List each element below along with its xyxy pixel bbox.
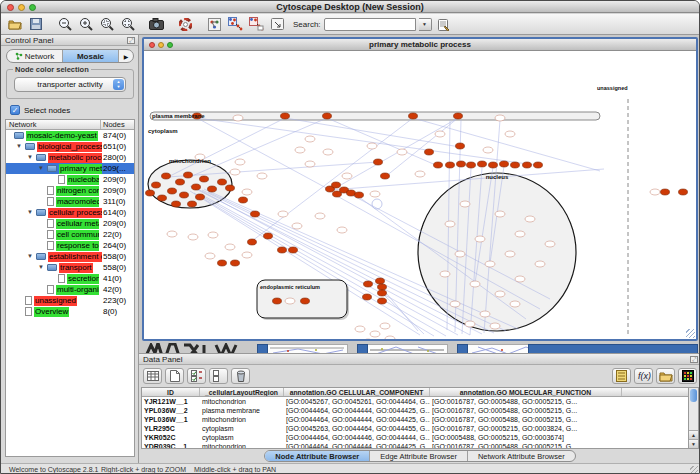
network-node-unselected[interactable] xyxy=(495,115,505,121)
tree-row[interactable]: ▼primary metabo209(... xyxy=(6,163,134,174)
network-node[interactable] xyxy=(264,233,273,239)
network-node-unselected[interactable] xyxy=(278,211,288,217)
tree-row[interactable]: ▼biological_process651(0) xyxy=(6,141,134,152)
network-node-unselected[interactable] xyxy=(342,173,352,179)
network-node[interactable] xyxy=(454,113,463,119)
network-node[interactable] xyxy=(378,284,387,290)
scrollbar-thumb[interactable] xyxy=(690,389,697,402)
network-node[interactable] xyxy=(434,162,443,168)
network-node[interactable] xyxy=(376,278,385,284)
tree-row[interactable]: ▼establishment of lo558(0) xyxy=(6,251,134,262)
network-node-unselected[interactable] xyxy=(355,326,365,332)
network-node[interactable] xyxy=(679,189,688,195)
network-node-unselected[interactable] xyxy=(292,223,302,229)
network-node[interactable] xyxy=(500,161,509,167)
table-row[interactable]: YPL036W__2plasma membrane[GO:0044464, GO… xyxy=(142,406,688,415)
network-node-unselected[interactable] xyxy=(545,241,555,247)
float-panel-icon[interactable]: ⤢ xyxy=(690,356,698,363)
network-node-unselected[interactable] xyxy=(167,231,177,237)
network-node[interactable] xyxy=(248,239,257,245)
float-panel-icon[interactable]: ⤢ xyxy=(127,37,135,44)
network-node[interactable] xyxy=(523,162,532,168)
table-row[interactable]: YDR039C__1mitochondrion[GO:0044464, GO:0… xyxy=(142,442,688,449)
select-nodes-option[interactable]: ✓ Select nodes xyxy=(10,105,70,115)
title-bar[interactable]: Cytoscape Desktop (New Session) xyxy=(1,1,699,13)
resize-grip-icon[interactable] xyxy=(686,329,695,338)
zoom-fit-icon[interactable] xyxy=(118,15,137,33)
network-node-unselected[interactable] xyxy=(455,251,465,257)
network-node-unselected[interactable] xyxy=(305,136,315,142)
table-row[interactable]: YPL036W__1mitochondrion[GO:0044464, GO:0… xyxy=(142,415,688,424)
network-node-unselected[interactable] xyxy=(257,173,267,179)
network-node-unselected[interactable] xyxy=(337,227,347,233)
network-node[interactable] xyxy=(534,162,543,168)
network-node-unselected[interactable] xyxy=(445,221,455,227)
network-node[interactable] xyxy=(184,172,193,178)
network-node-unselected[interactable] xyxy=(370,331,380,337)
open-file-icon[interactable] xyxy=(5,15,24,33)
network-node-unselected[interactable] xyxy=(460,201,470,207)
network-node[interactable] xyxy=(146,190,155,196)
network-node-unselected[interactable] xyxy=(515,276,525,282)
network-node[interactable] xyxy=(355,192,364,198)
network-node[interactable] xyxy=(457,161,466,167)
scroll-up-icon[interactable]: ▲ xyxy=(689,430,698,439)
tab-overflow-arrow-icon[interactable]: ▶ xyxy=(119,50,133,62)
help-icon[interactable] xyxy=(176,15,195,33)
network-node-unselected[interactable] xyxy=(385,336,395,339)
network-node[interactable] xyxy=(251,211,260,217)
network-node-unselected[interactable] xyxy=(483,147,493,153)
network-node-unselected[interactable] xyxy=(367,143,377,149)
network-node-unselected[interactable] xyxy=(285,298,295,304)
table-scrollbar[interactable]: ▲ ▼ xyxy=(688,387,699,449)
create-attribute-icon[interactable] xyxy=(165,368,184,384)
network-node[interactable] xyxy=(446,162,455,168)
network-node-unselected[interactable] xyxy=(525,216,535,222)
select-attributes-icon[interactable] xyxy=(143,368,162,384)
tree-expand-icon[interactable]: ▼ xyxy=(38,264,44,270)
search-input[interactable] xyxy=(324,18,416,31)
tree-row[interactable]: mosaic-demo-yeast874(0) xyxy=(6,130,134,141)
network-node[interactable] xyxy=(218,179,227,185)
network-node-unselected[interactable] xyxy=(323,149,333,155)
unselect-all-attributes-icon[interactable] xyxy=(209,368,228,384)
tree-expand-icon[interactable]: ▼ xyxy=(27,154,33,160)
network-node[interactable] xyxy=(478,161,487,167)
network-node[interactable] xyxy=(278,247,287,253)
network-node-unselected[interactable] xyxy=(230,169,240,175)
scroll-down-icon[interactable]: ▼ xyxy=(689,439,698,448)
network-node-unselected[interactable] xyxy=(650,189,660,195)
network-node[interactable] xyxy=(381,173,390,179)
import-attributes-icon[interactable] xyxy=(656,368,675,384)
network-node[interactable] xyxy=(289,247,298,253)
network-node[interactable] xyxy=(176,179,185,185)
network-node-unselected[interactable] xyxy=(505,131,515,137)
network-node-unselected[interactable] xyxy=(205,253,215,259)
vizmapper-icon[interactable] xyxy=(205,15,224,33)
advanced-search-icon[interactable] xyxy=(435,15,454,33)
network-node-unselected[interactable] xyxy=(397,149,407,155)
network-node[interactable] xyxy=(374,159,383,165)
tree-expand-icon[interactable]: ▼ xyxy=(16,143,22,149)
network-node-unselected[interactable] xyxy=(490,323,500,329)
tree-row[interactable]: cell communicat22(0) xyxy=(6,229,134,240)
tree-row[interactable]: unassigned223(0) xyxy=(6,295,134,306)
unhide-nodes-icon[interactable] xyxy=(247,15,266,33)
network-node[interactable] xyxy=(281,113,290,119)
network-node[interactable] xyxy=(511,162,520,168)
network-node-unselected[interactable] xyxy=(505,251,515,257)
network-node-unselected[interactable] xyxy=(295,147,305,153)
tab-edge-attribute-browser[interactable]: Edge Attribute Browser xyxy=(370,451,468,461)
network-node-unselected[interactable] xyxy=(465,321,475,327)
network-node-unselected[interactable] xyxy=(535,261,545,267)
node-color-attribute-select[interactable]: transporter activity ▲▼ xyxy=(14,77,126,92)
network-node-unselected[interactable] xyxy=(495,291,505,297)
network-node[interactable] xyxy=(200,176,209,182)
tab-node-attribute-browser[interactable]: Node Attribute Browser xyxy=(265,451,370,461)
tree-row[interactable]: ▼transport558(0) xyxy=(6,262,134,273)
table-row[interactable]: YJR121W__1mitochondrion[GO:0045267, GO:0… xyxy=(142,397,688,406)
tree-expand-icon[interactable]: ▼ xyxy=(27,209,33,215)
network-node[interactable] xyxy=(231,260,240,266)
tree-row[interactable]: ▼cellular process614(0) xyxy=(6,207,134,218)
network-node-unselected[interactable] xyxy=(305,161,315,167)
